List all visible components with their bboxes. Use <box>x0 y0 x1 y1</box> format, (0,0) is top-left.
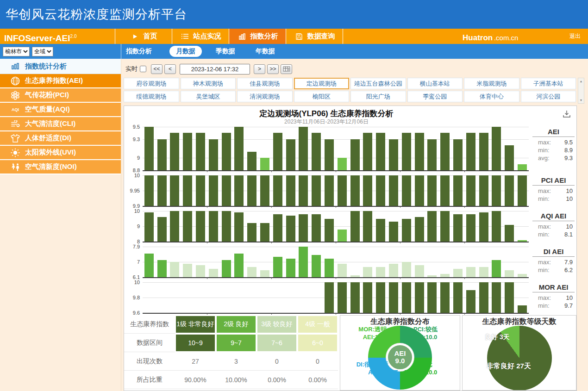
pie-label-excellent: 非常良好 27天 <box>487 362 531 371</box>
station-button[interactable]: 季鸾公园 <box>407 91 463 102</box>
bar <box>234 212 244 242</box>
station-button[interactable]: 子洲基本站 <box>521 78 576 89</box>
station-button[interactable]: 定边观测场 <box>294 78 350 89</box>
bar <box>183 175 192 206</box>
bar <box>402 133 411 170</box>
bar <box>286 259 295 277</box>
station-scrollbar[interactable]: ▲ ▼ <box>578 78 584 104</box>
bar <box>427 275 437 277</box>
bar <box>260 158 269 170</box>
sidebar-item-di[interactable]: 人体舒适度(DI) <box>0 131 121 146</box>
nav-item-analysis[interactable]: 指数分析 <box>229 29 286 44</box>
region-select[interactable]: 全域 <box>32 47 53 56</box>
table-cell: 6~0 <box>297 334 338 352</box>
bar <box>389 264 398 277</box>
bar <box>144 212 154 242</box>
play-icon <box>130 34 140 39</box>
tree-icon <box>10 162 20 172</box>
bar <box>466 214 475 242</box>
prev-button[interactable]: < <box>164 64 176 74</box>
nav-item-live[interactable]: 站点实况 <box>172 29 229 44</box>
station-button[interactable]: 榆阳区 <box>294 91 350 102</box>
pie-leader-line <box>405 334 413 335</box>
station-button[interactable]: 清涧观测场 <box>237 91 293 102</box>
bar <box>389 175 398 206</box>
bar <box>376 267 385 277</box>
summary-table: 生态康养指数1级 非常良好2级 良好3级 较良好4级 一般数据区间10~99~7… <box>124 315 338 391</box>
scroll-down-icon[interactable]: ▼ <box>580 99 583 102</box>
bar <box>157 139 167 170</box>
logout-link[interactable]: 退出 <box>569 29 588 44</box>
bar <box>363 175 372 206</box>
bar <box>183 211 192 242</box>
bar <box>260 270 269 277</box>
bar <box>273 257 282 277</box>
bar <box>247 152 256 170</box>
bar <box>312 175 321 206</box>
sidebar-item-aqi[interactable]: AQI空气质量(AQI) <box>0 103 121 117</box>
table-row-label: 数据区间 <box>124 334 175 352</box>
sidebar-header-stats[interactable]: 指数统计分析 <box>0 59 121 74</box>
realtime-checkbox[interactable] <box>140 66 146 72</box>
station-button[interactable]: 米脂观测场 <box>464 78 519 89</box>
table-cell: 0 <box>297 352 338 371</box>
tab-year[interactable]: 年数据 <box>249 46 281 57</box>
sidebar-item-uvi[interactable]: 太阳紫外线(UVI) <box>0 146 121 160</box>
station-button[interactable]: 阳光广场 <box>350 91 406 102</box>
table-cell: 10.00% <box>216 371 256 389</box>
chart-strip-pci: 109.959.9PCI AEImax:10min:10 <box>124 175 576 207</box>
shirt-icon <box>10 134 20 143</box>
next-button[interactable]: > <box>254 64 265 74</box>
download-icon[interactable] <box>563 110 571 120</box>
sidebar-item-aei[interactable]: 生态康养指数(AEI) <box>0 74 121 88</box>
bar <box>505 282 514 313</box>
station-button[interactable]: 佳县观测场 <box>237 78 293 89</box>
bar <box>325 175 334 206</box>
bar <box>350 139 360 170</box>
bar <box>234 127 244 170</box>
station-button[interactable]: 府谷观测场 <box>124 78 179 89</box>
bar <box>415 282 424 313</box>
bar <box>170 133 179 170</box>
tab-items: 月数据季数据年数据 <box>169 46 281 57</box>
scroll-up-icon[interactable]: ▲ <box>580 80 583 83</box>
bar <box>440 175 450 206</box>
bar <box>286 175 295 206</box>
calendar-button[interactable] <box>281 64 292 74</box>
station-button[interactable]: 横山基本站 <box>407 78 463 89</box>
bar-plot-mor <box>143 282 529 314</box>
datetime-input[interactable] <box>180 64 250 74</box>
nav-item-home[interactable]: 首页 <box>115 29 172 44</box>
aei-center-badge: AEI 9.0 <box>386 343 414 371</box>
table-cell: 27 <box>175 352 216 371</box>
bar <box>234 254 244 277</box>
station-button[interactable]: 河滨公园 <box>521 91 576 102</box>
station-button[interactable]: 绥德观测场 <box>124 91 179 102</box>
bar <box>518 164 527 170</box>
bar <box>209 175 218 206</box>
sidebar-item-cli[interactable]: 大气清洁度(CLI) <box>0 117 121 131</box>
table-cell: 90.00% <box>175 371 216 389</box>
city-select[interactable]: 榆林市 <box>3 47 30 56</box>
bar <box>402 262 411 277</box>
sidebar-item-pci[interactable]: 气传花粉(PCI) <box>0 88 121 103</box>
bar <box>389 139 398 170</box>
bar <box>363 282 372 313</box>
bar <box>505 225 514 242</box>
main-content: 实时 << < > >> 府谷观测场神木观测场佳县观测场定边观测场靖边五台森林公… <box>121 59 588 391</box>
station-button[interactable]: 体育中心 <box>464 91 519 102</box>
sidebar-item-noi[interactable]: 空气清新度(NOI) <box>0 160 121 174</box>
wind-icon <box>10 120 20 128</box>
bar <box>144 175 154 206</box>
bar <box>350 211 360 242</box>
tab-quarter[interactable]: 季数据 <box>209 46 242 57</box>
app-title: 华创风云花粉浓度监测分析平台 <box>0 0 588 29</box>
station-button[interactable]: 神木观测场 <box>181 78 236 89</box>
next-fast-button[interactable]: >> <box>267 64 279 74</box>
nav-item-query[interactable]: 数据查询 <box>286 29 343 44</box>
station-button[interactable]: 吴堡城区 <box>181 91 236 102</box>
bar <box>453 214 463 242</box>
station-button[interactable]: 靖边五台森林公园 <box>350 78 406 89</box>
prev-fast-button[interactable]: << <box>151 64 163 74</box>
tab-month[interactable]: 月数据 <box>169 46 202 57</box>
